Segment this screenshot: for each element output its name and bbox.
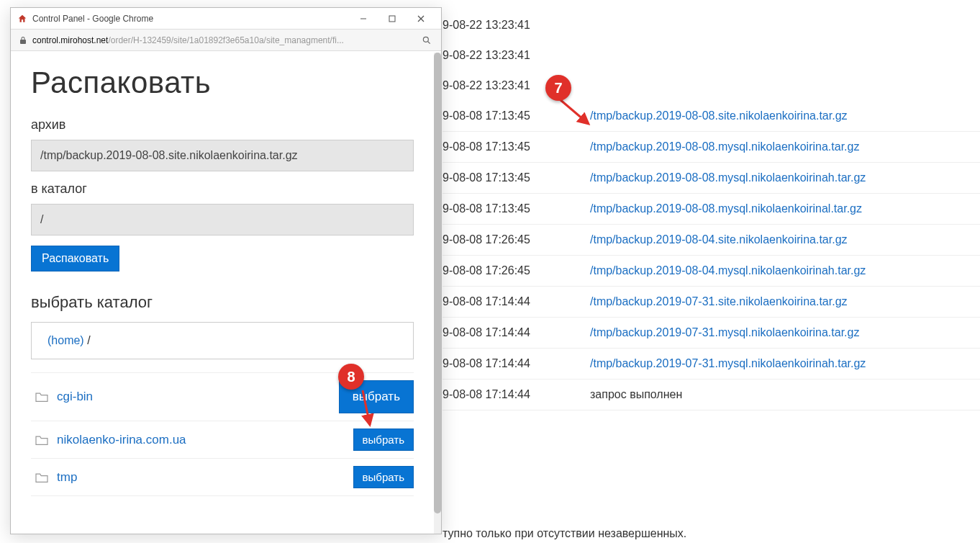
log-timestamp: 9-08-08 17:14:44 — [443, 357, 590, 370]
log-row: 9-08-08 17:13:45/tmp/backup.2019-08-08.m… — [443, 194, 980, 225]
select-folder-button[interactable]: выбрать — [353, 466, 414, 488]
log-row: 9-08-08 17:13:45/tmp/backup.2019-08-08.m… — [443, 132, 980, 163]
folder-icon — [34, 471, 50, 484]
home-icon — [17, 13, 28, 24]
log-timestamp: 9-08-22 13:23:41 — [443, 49, 590, 62]
backup-file-link[interactable]: /tmp/backup.2019-07-31.mysql.nikolaenkoi… — [590, 326, 859, 339]
annotation-marker-7: 7 — [545, 75, 571, 101]
folder-icon — [34, 434, 50, 446]
log-row: 9-08-22 13:23:41 — [443, 40, 980, 71]
footer-text: тупно только при отсутствии незавершенны… — [443, 527, 686, 540]
window-titlebar: Control Panel - Google Chrome — [11, 8, 441, 30]
archive-input[interactable]: /tmp/backup.2019-08-08.site.nikolaenkoir… — [31, 140, 414, 171]
breadcrumb-home-link[interactable]: (home) — [47, 334, 84, 346]
svg-point-4 — [423, 37, 428, 42]
scrollbar-track[interactable] — [434, 53, 441, 534]
lock-icon — [18, 35, 28, 45]
folder-row: tmpвыбрать — [31, 459, 414, 496]
log-row: 9-08-08 17:14:44/tmp/backup.2019-07-31.s… — [443, 287, 980, 318]
backup-file-link[interactable]: /tmp/backup.2019-08-04.mysql.nikolaenkoi… — [590, 264, 866, 277]
log-timestamp: 9-08-08 17:13:45 — [443, 171, 590, 184]
chrome-popup-window: Control Panel - Google Chrome control.mi… — [10, 7, 442, 534]
folder-row: nikolaenko-irina.com.uaвыбрать — [31, 421, 414, 459]
log-row: 9-08-08 17:14:44/tmp/backup.2019-07-31.m… — [443, 349, 980, 380]
log-message: запрос выполнен — [590, 388, 682, 401]
page-title: Распаковать — [31, 66, 414, 100]
backup-file-link[interactable]: /tmp/backup.2019-07-31.mysql.nikolaenkoi… — [590, 357, 866, 370]
backup-file-link[interactable]: /tmp/backup.2019-08-08.site.nikolaenkoir… — [590, 109, 848, 122]
unpack-button[interactable]: Распаковать — [31, 246, 119, 272]
maximize-button[interactable] — [378, 8, 407, 30]
breadcrumb-separator: / — [84, 334, 91, 346]
log-timestamp: 9-08-22 13:23:41 — [443, 19, 590, 32]
background-log-table: 9-08-22 13:23:419-08-22 13:23:419-08-22 … — [443, 10, 980, 410]
log-row: 9-08-08 17:26:45/tmp/backup.2019-08-04.m… — [443, 256, 980, 287]
backup-file-link[interactable]: /tmp/backup.2019-07-31.site.nikolaenkoir… — [590, 295, 848, 308]
backup-file-link[interactable]: /tmp/backup.2019-08-04.site.nikolaenkoir… — [590, 233, 848, 246]
folder-name-link[interactable]: nikolaenko-irina.com.ua — [57, 433, 353, 447]
folder-icon — [34, 390, 50, 403]
log-row: 9-08-08 17:13:45/tmp/backup.2019-08-08.s… — [443, 101, 980, 132]
scrollbar-thumb[interactable] — [434, 53, 441, 513]
log-timestamp: 9-08-08 17:26:45 — [443, 264, 590, 277]
svg-rect-1 — [389, 16, 395, 22]
address-bar[interactable]: control.mirohost.net/order/H-132459/site… — [11, 30, 441, 51]
log-timestamp: 9-08-08 17:14:44 — [443, 388, 590, 401]
log-timestamp: 9-08-08 17:13:45 — [443, 109, 590, 122]
window-buttons — [349, 8, 435, 30]
popup-content: Распаковать архив /tmp/backup.2019-08-08… — [11, 53, 434, 534]
svg-line-5 — [428, 41, 430, 43]
catalog-input[interactable]: / — [31, 204, 414, 235]
annotation-marker-8: 8 — [338, 364, 364, 390]
breadcrumb: (home) / — [31, 322, 414, 359]
backup-file-link[interactable]: /tmp/backup.2019-08-08.mysql.nikolaenkoi… — [590, 140, 859, 153]
log-row: 9-08-22 13:23:41 — [443, 71, 980, 101]
log-timestamp: 9-08-08 17:14:44 — [443, 295, 590, 308]
log-timestamp: 9-08-08 17:26:45 — [443, 233, 590, 246]
minimize-button[interactable] — [349, 8, 378, 30]
archive-label: архив — [31, 117, 414, 133]
log-timestamp: 9-08-08 17:14:44 — [443, 326, 590, 339]
log-timestamp: 9-08-08 17:13:45 — [443, 140, 590, 153]
window-title: Control Panel - Google Chrome — [32, 14, 349, 24]
log-row: 9-08-08 17:14:44запрос выполнен — [443, 380, 980, 410]
log-row: 9-08-22 13:23:41 — [443, 10, 980, 40]
zoom-icon[interactable] — [419, 33, 434, 48]
close-button[interactable] — [407, 8, 435, 30]
folder-name-link[interactable]: tmp — [57, 470, 353, 485]
select-folder-button[interactable]: выбрать — [353, 428, 414, 451]
folder-list: cgi-binвыбратьnikolaenko-irina.com.uaвыб… — [31, 372, 414, 496]
catalog-label: в каталог — [31, 181, 414, 197]
choose-catalog-heading: выбрать каталог — [31, 293, 414, 312]
log-timestamp: 9-08-08 17:13:45 — [443, 202, 590, 215]
backup-file-link[interactable]: /tmp/backup.2019-08-08.mysql.nikolaenkoi… — [590, 171, 866, 184]
folder-name-link[interactable]: cgi-bin — [57, 390, 339, 404]
log-row: 9-08-08 17:14:44/tmp/backup.2019-07-31.m… — [443, 318, 980, 349]
backup-file-link[interactable]: /tmp/backup.2019-08-08.mysql.nikolaenkoi… — [590, 202, 862, 215]
log-row: 9-08-08 17:26:45/tmp/backup.2019-08-04.s… — [443, 225, 980, 256]
url-text: control.mirohost.net/order/H-132459/site… — [32, 35, 415, 45]
log-row: 9-08-08 17:13:45/tmp/backup.2019-08-08.m… — [443, 163, 980, 194]
